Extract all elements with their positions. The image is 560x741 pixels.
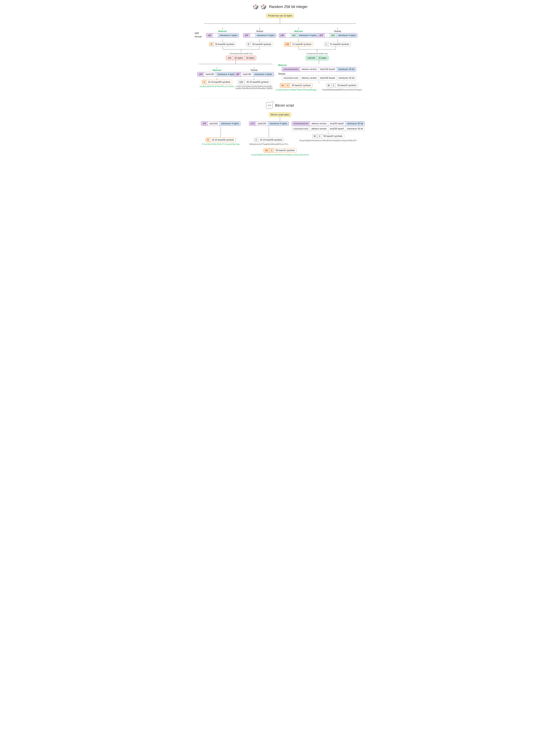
wif-desc-3: 51 base58 symbols: [291, 42, 313, 46]
wif-prefix-1: 5: [209, 42, 214, 46]
bech32-mainnet-addr: bc1q6dsxtawvwsy33qgw74rjppu9z6dngnq8tegg…: [276, 89, 317, 91]
p2wsh-col: x03x03x00x02x03 witness version sha256 b…: [295, 121, 362, 141]
code-icon: </>: [266, 102, 273, 109]
uncomp-x04: x04: [226, 56, 233, 60]
b3-checksum: checksum 4 bytes: [297, 33, 318, 38]
wif-prefix-3: L/K: [284, 42, 291, 46]
bech32-testnet: tb 1 39 base32 symbols tb1qw508d6qejxtdg…: [322, 83, 362, 91]
comp-pubkey-label: Compressed public key: [306, 52, 327, 55]
private-key-box: Private key raw 32 bytes: [266, 13, 294, 18]
comp-32: 32 bytes: [317, 56, 328, 60]
b2-checksum: checksum 4 bytes: [255, 33, 276, 38]
p2sh-testnet-addr: 2Mu8y4mm4oF78yppDbUAAEwyBEPezrx7CLh: [249, 143, 289, 145]
b4-checksum: checksum 4 bytes: [336, 33, 357, 38]
header: 🎲 🎲 Random 256 bit integer: [195, 4, 365, 10]
script-section-header: </> Bitcoin script: [195, 102, 365, 109]
dice-icon: 🎲 🎲: [252, 4, 267, 10]
b2-dots: ...: [250, 33, 255, 38]
script-title: Bitcoin script: [275, 104, 294, 108]
script-bytes-label: Bitcoin script bytes: [269, 113, 291, 117]
wif-desc-4: 51 base58 symbols: [328, 42, 351, 46]
b4-byte1: xEF: [318, 33, 325, 38]
p2wsh-testnet: tb 1 59 base32 symbols tb1qrp33g0q5c5txs…: [300, 134, 357, 141]
p2sh-mainnet-col: x05 hash160 checksum 4 bytes 3 25-33 bas…: [198, 121, 243, 145]
wif-prefix-2: 9: [246, 42, 251, 46]
p2sh-mainnet-addr: 3CXaV43aC2AWL63HrcPTz1jmdpGDNyUwjp: [202, 143, 240, 145]
p2wsh-mainnet-addr: bc1qrp33g0q5c5txsp9arysrx4k6zdkfs4nce4xj…: [251, 154, 309, 156]
private-key-node: Private key raw 32 bytes: [195, 13, 365, 18]
mainnet-label-1: Mainnet: [219, 30, 227, 32]
b4-x01: x01: [330, 33, 336, 38]
bech32-mainnet: bc 1 39 base32 symbols bc1q6dsxtawvwsy33…: [276, 83, 317, 91]
wif-desc-2: 50 base58 symbols: [251, 42, 273, 46]
b3-dots: ...: [286, 33, 291, 38]
p2pkh-testnet-addr1: n15DJ7nGF2f3hKicD1HbCNgRVUVut34d6C: [236, 85, 272, 87]
wif-format-label: WIFformat: [195, 32, 202, 38]
p2pkh-mainnet-addr: 15szEBeJj9JtiGnKyP4bGwMLxzzV7y8UhL: [199, 85, 235, 87]
b1-dots: ...: [213, 33, 218, 38]
b3-byte1: x80: [279, 33, 286, 38]
testnet-label-2: Testnet: [334, 30, 341, 32]
b1-checksum: checksum 4 bytes: [218, 33, 239, 38]
wif-desc-1: 50 base58 symbols: [214, 42, 236, 46]
p2pkh-testnet-addr2: musf8x7b5h3Mv2mhREsStFwavBbtYLM8QR: [235, 87, 273, 89]
branch-testnet-uncompressed: Testnet xEF ... checksum 4 bytes 9 50 ba…: [241, 24, 278, 47]
mainnet-label-2: Mainnet: [294, 30, 303, 32]
p2wsh-testnet-addr: tb1qrp33g0q5c5txsp9arysrx4k6zdkfs4nce4xj…: [300, 139, 357, 141]
bech32-testnet-addr: tb1qw508d6qejxtdg4W5r3zarvary0c5xw7kxpjz…: [322, 89, 362, 91]
uncomp-32b: 32 bytes: [245, 56, 256, 60]
testnet-label-1: Testnet: [256, 30, 263, 32]
uncomp-32a: 32 bytes: [233, 56, 245, 60]
p2wsh-mainnet: bc 1 59 base32 symbols bc1qrp33g0q5c5txs…: [251, 148, 309, 156]
header-title: Random 256 bit integer: [269, 5, 308, 9]
b1-byte1: x80: [206, 33, 213, 38]
p2pkh-mainnet: Mainnet x00 hash160 checksum 4 bytes 1 2…: [198, 64, 236, 87]
b2-byte1: xEF: [243, 33, 250, 38]
branch-mainnet-uncompressed: Mainnet x80 ... checksum 4 bytes 5 50 ba…: [204, 24, 241, 47]
comp-x0203: x02/x03: [306, 56, 317, 60]
private-key-label: Private key raw 32 bytes: [266, 14, 294, 18]
p2pkh-testnet: Testnet x6F hash160 checksum 4 bytes n/m…: [236, 64, 273, 89]
b4-dots: ...: [325, 33, 330, 38]
wif-prefix-4: c: [324, 42, 328, 46]
branch-mainnet-compressed: Mainnet x80 ... x01 checksum 4 bytes L/K…: [278, 24, 319, 47]
branch-testnet-compressed: Testnet xEF ... x01 checksum 4 bytes c 5…: [319, 24, 356, 47]
b3-x01: x01: [291, 33, 297, 38]
p2sh-testnet-col: xC4 hash160 checksum 4 bytes 2 25-33 bas…: [247, 121, 291, 145]
uncomp-pubkey-label: Uncompressed public key: [230, 52, 253, 55]
